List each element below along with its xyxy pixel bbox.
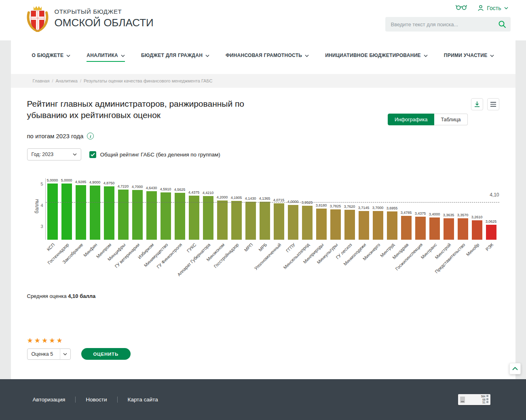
chart-bar[interactable]: [288, 205, 298, 240]
bar-value-label: 3,2610: [467, 215, 487, 219]
user-menu[interactable]: Гость: [477, 5, 508, 11]
nav-item-initiative-budgeting[interactable]: ИНИЦИАТИВНОЕ БЮДЖЕТИРОВАНИЕ: [325, 53, 428, 62]
guest-label: Гость: [487, 5, 501, 11]
chart-bar[interactable]: [217, 201, 228, 240]
chevron-down-icon: [73, 153, 77, 156]
content-card: О БЮДЖЕТЕ АНАЛИТИКА БЮДЖЕТ ДЛЯ ГРАЖДАН Ф…: [11, 40, 515, 379]
page-subtitle: по итогам 2023 года: [27, 133, 84, 139]
y-axis-tick: 3: [37, 224, 43, 229]
counter-value: 68: [467, 398, 488, 401]
chart-bar[interactable]: [104, 186, 114, 240]
chart-bar[interactable]: [401, 216, 412, 240]
counter-value: 51: [467, 401, 488, 404]
chart-bar[interactable]: [146, 191, 157, 240]
chart-bar[interactable]: [175, 193, 185, 240]
star-icon[interactable]: ★: [34, 337, 42, 344]
chart-bar[interactable]: [47, 184, 58, 240]
table-tab[interactable]: Таблица: [434, 114, 467, 125]
main-nav: О БЮДЖЕТЕ АНАЛИТИКА БЮДЖЕТ ДЛЯ ГРАЖДАН Ф…: [11, 40, 515, 72]
bar-chart: баллы 5,00005,00004,92854,90004,87504,72…: [27, 178, 499, 293]
average-score-value: 4,10 балла: [68, 293, 95, 299]
chevron-down-icon: [504, 7, 508, 9]
chart-bar[interactable]: [444, 218, 454, 240]
y-axis-tick: 4: [37, 203, 43, 208]
chart-bar[interactable]: [373, 211, 383, 240]
content-background: О БЮДЖЕТЕ АНАЛИТИКА БЮДЖЕТ ДЛЯ ГРАЖДАН Ф…: [0, 40, 526, 379]
list-icon: [490, 101, 496, 107]
rating-stars[interactable]: ★★★★★: [27, 337, 499, 344]
footer-separator: [75, 397, 76, 403]
breadcrumb-analytics[interactable]: Аналитика: [55, 78, 81, 83]
footer-link-news[interactable]: Новости: [86, 397, 107, 403]
chart-bar[interactable]: [245, 202, 256, 240]
star-icon[interactable]: ★: [49, 337, 56, 344]
average-score-note: Средняя оценка 4,10 балла: [27, 293, 499, 299]
omsk-coat-of-arms-icon: [26, 5, 49, 32]
infographic-tab[interactable]: Инфографика: [388, 114, 435, 125]
user-icon: [477, 5, 484, 11]
visit-counter-widget[interactable]: 584 68 51: [458, 394, 490, 405]
search-input[interactable]: [385, 17, 511, 32]
counter-value: 584: [467, 395, 488, 398]
star-icon[interactable]: ★: [27, 337, 34, 344]
list-view-button[interactable]: [487, 98, 499, 110]
breadcrumb: Главная Аналитика Результаты оценки каче…: [11, 74, 515, 88]
chart-bar[interactable]: [132, 190, 143, 240]
chart-bar[interactable]: [90, 186, 100, 240]
y-axis-tick: 5: [37, 182, 43, 186]
overall-rating-checkbox-wrap[interactable]: Общий рейтинг ГАБС (без деления по групп…: [89, 151, 220, 158]
bar-value-label: 3,0625: [481, 219, 501, 224]
chart-bar[interactable]: [486, 225, 496, 240]
chevron-down-icon: [60, 349, 70, 359]
year-select[interactable]: Год: 2023: [27, 148, 81, 160]
chart-bar[interactable]: [387, 211, 397, 240]
chart-bar[interactable]: [76, 185, 86, 240]
nav-item-citizens-budget[interactable]: БЮДЖЕТ ДЛЯ ГРАЖДАН: [141, 53, 209, 62]
site-logo[interactable]: ОТКРЫТЫЙ БЮДЖЕТ ОМСКОЙ ОБЛАСТИ: [26, 5, 154, 32]
chart-bar[interactable]: [344, 210, 355, 240]
site-header: ОТКРЫТЫЙ БЮДЖЕТ ОМСКОЙ ОБЛАСТИ Гость: [0, 0, 526, 40]
chart-bar[interactable]: [330, 209, 341, 240]
chart-bar[interactable]: [61, 184, 72, 240]
chevron-down-icon: [490, 55, 494, 57]
chart-bar[interactable]: [161, 192, 171, 240]
chart-bar[interactable]: [429, 217, 440, 240]
page-rating-block: ★★★★★ Оценка 5 ОЦЕНИТЬ: [27, 337, 499, 360]
nav-item-financial-literacy[interactable]: ФИНАНСОВАЯ ГРАМОТНОСТЬ: [226, 53, 309, 62]
footer-link-authorization[interactable]: Авторизация: [33, 397, 65, 403]
chart-bar[interactable]: [359, 211, 369, 240]
bar-value-label: 4,4210: [198, 191, 218, 195]
scroll-to-top-button[interactable]: [509, 363, 521, 374]
chart-bar[interactable]: [118, 190, 129, 240]
bar-value-label: 3,6955: [382, 206, 402, 210]
chart-bar[interactable]: [260, 202, 270, 240]
accessibility-glasses-icon[interactable]: [456, 4, 467, 12]
search-icon[interactable]: [498, 20, 506, 30]
chevron-down-icon: [424, 55, 428, 57]
chevron-down-icon: [121, 55, 125, 57]
chart-bar[interactable]: [274, 203, 284, 240]
chevron-up-icon: [512, 367, 518, 370]
footer-link-sitemap[interactable]: Карта сайта: [128, 397, 158, 403]
chart-bar[interactable]: [415, 217, 426, 240]
checkbox-label: Общий рейтинг ГАБС (без деления по групп…: [100, 152, 220, 158]
breadcrumb-home[interactable]: Главная: [33, 78, 53, 83]
info-icon[interactable]: i: [87, 133, 94, 139]
download-button[interactable]: [471, 98, 483, 110]
chart-bar[interactable]: [458, 218, 468, 240]
star-icon[interactable]: ★: [57, 337, 64, 344]
rating-select[interactable]: Оценка 5: [27, 348, 71, 360]
chart-bar[interactable]: [231, 201, 242, 240]
logo-title-line2: ОМСКОЙ ОБЛАСТИ: [55, 17, 154, 29]
rate-button[interactable]: ОЦЕНИТЬ: [81, 348, 131, 360]
chart-bar[interactable]: [302, 206, 313, 240]
checkbox-checked-icon[interactable]: [89, 151, 96, 158]
nav-item-budget[interactable]: О БЮДЖЕТЕ: [32, 53, 71, 62]
chart-bar[interactable]: [316, 209, 327, 240]
chevron-down-icon: [66, 55, 70, 57]
footer-separator: [117, 397, 118, 403]
nav-item-take-part[interactable]: ПРИМИ УЧАСТИЕ: [444, 53, 494, 62]
star-icon[interactable]: ★: [42, 337, 49, 344]
download-icon: [474, 101, 480, 108]
nav-item-analytics[interactable]: АНАЛИТИКА: [87, 53, 125, 62]
